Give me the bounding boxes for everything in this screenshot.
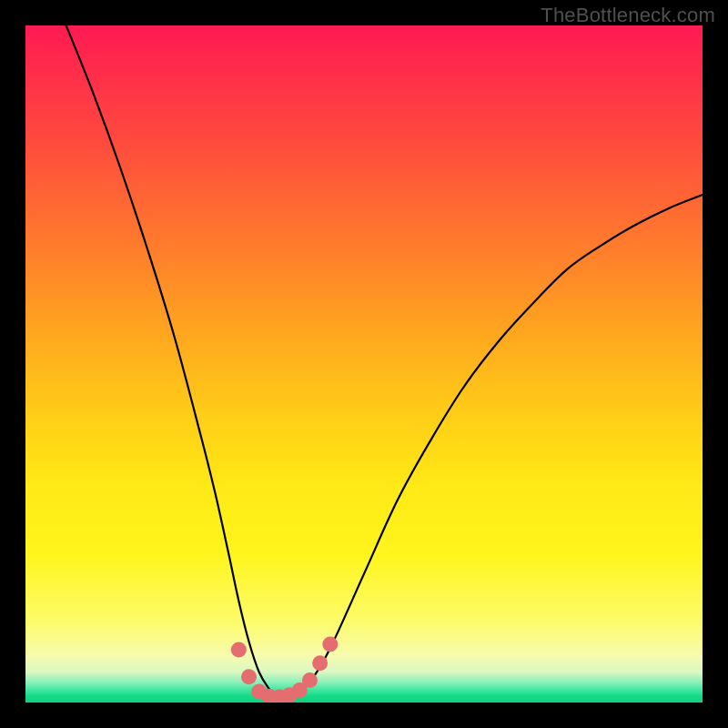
curve-marker [241,669,257,684]
curve-marker [302,672,318,688]
curve-marker [322,637,338,652]
chart-frame: TheBottleneck.com [0,0,728,728]
curve-marker [312,655,328,671]
bottleneck-curve [66,25,703,698]
plot-area [25,25,703,703]
curve-markers [231,637,338,703]
watermark-text: TheBottleneck.com [541,4,715,27]
curve-layer [25,25,703,703]
curve-marker [231,642,247,657]
